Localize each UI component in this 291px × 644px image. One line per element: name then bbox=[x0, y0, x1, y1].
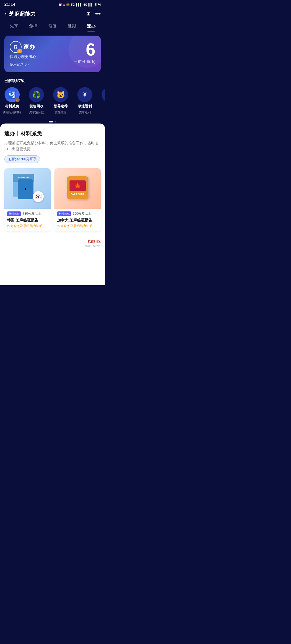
canada-illustration: 🍁 PASSPORT bbox=[63, 174, 92, 203]
korea-name: 韩国·芝麻签证报告 bbox=[7, 218, 48, 223]
alarm-icon: ⏰ bbox=[58, 3, 62, 6]
battery-icon: 🔋74 bbox=[94, 3, 101, 6]
signal-bars-icon: ▌▌▌ bbox=[76, 3, 82, 6]
status-time: 21:14 bbox=[4, 2, 15, 7]
korea-card-body: 材料减免 780分及以上 韩国·芝麻签证报告 作为财务及履约能力证明 bbox=[4, 209, 51, 231]
hero-left: Ω ⚡ 速办 快速办理更省心 使用记录 0 › bbox=[10, 41, 36, 67]
adopt-desc: 优先推荐 bbox=[55, 110, 67, 114]
feature-fast[interactable]: ⚡ 二 快 bbox=[97, 87, 105, 114]
canada-tag: 材料减免 bbox=[57, 211, 71, 216]
tab-xian[interactable]: 先享 bbox=[4, 21, 24, 32]
cashback-name: 极速返利 bbox=[78, 104, 92, 109]
canada-passport-text: PASSPORT bbox=[71, 193, 84, 195]
canada-flag-area: 🍁 bbox=[70, 180, 86, 191]
logo-letter: Ω bbox=[14, 44, 18, 50]
lightning-icon: ⚡ bbox=[17, 49, 22, 53]
tab-suban[interactable]: 速办 bbox=[81, 21, 101, 32]
bluetooth-icon: ⁎ bbox=[63, 3, 65, 6]
recycle-icon-wrap: ♻️ bbox=[29, 87, 44, 102]
feature-recycle[interactable]: ♻️ 极速回收 先拿预付款 bbox=[24, 87, 48, 114]
tab-yanqi[interactable]: 延期 bbox=[62, 21, 82, 32]
korea-illustration: PASSPORT ✈ 🇰🇷 bbox=[10, 174, 45, 203]
canada-card-image: 🍁 PASSPORT bbox=[54, 168, 101, 209]
hero-logo: Ω ⚡ 速办 bbox=[10, 41, 36, 53]
visa-card-canada[interactable]: 🍁 PASSPORT 材料减免 750分及以上 加拿大·芝麻签证报告 作为财务及… bbox=[54, 168, 101, 231]
fast-icon-wrap: ⚡ bbox=[102, 87, 105, 102]
hero-right: 6 当前可用(项) bbox=[74, 41, 95, 64]
unlocked-label: 已解锁6/7项 bbox=[4, 78, 25, 83]
score-badge: 芝麻分≥700分可享 bbox=[4, 155, 40, 163]
korea-tag: 材料减免 bbox=[7, 211, 21, 216]
watermark: 卡农社区 金融在线社区 bbox=[4, 239, 101, 248]
adopt-name: 领养速荐 bbox=[54, 104, 68, 109]
features-row: 🛂 🔒 材料减免 办签证省材料 ♻️ 极速回收 先拿预付款 🐱 领养速荐 优先推… bbox=[0, 83, 105, 119]
plane-icon: ✈ bbox=[24, 187, 27, 192]
header: ‹ 芝麻超能力 ⊞ ••• bbox=[0, 8, 105, 21]
status-icons: ⏰ ⁎ 🔕 5G ▌▌▌ 4G ▌▌ 🔋74 bbox=[58, 3, 101, 6]
material-name: 材料减免 bbox=[5, 104, 19, 109]
visa-card-korea[interactable]: PASSPORT ✈ 🇰🇷 材料减免 780分及以上 bbox=[4, 168, 51, 231]
adopt-icon: 🐱 bbox=[56, 91, 65, 99]
canada-name: 加拿大·芝麻签证报告 bbox=[57, 218, 98, 223]
section-title: 速办丨材料减免 bbox=[4, 130, 101, 137]
mute-icon: 🔕 bbox=[66, 3, 70, 6]
signal-bars2-icon: ▌▌ bbox=[88, 3, 93, 6]
maple-leaf-icon: 🍁 bbox=[74, 182, 82, 190]
recycle-icon: ♻️ bbox=[32, 91, 41, 99]
korea-score: 780分及以上 bbox=[23, 211, 41, 216]
canada-tag-row: 材料减免 750分及以上 bbox=[57, 211, 98, 216]
dot-2 bbox=[55, 121, 56, 122]
korea-sub: 作为财务及履约能力证明 bbox=[7, 224, 48, 228]
cashback-desc: 先拿返利 bbox=[79, 110, 91, 114]
unlocked-section: 已解锁6/7项 bbox=[0, 76, 105, 83]
scroll-indicator bbox=[0, 119, 105, 124]
back-button[interactable]: ‹ bbox=[4, 11, 6, 18]
hero-count: 6 bbox=[74, 41, 95, 58]
hero-section: Ω ⚡ 速办 快速办理更省心 使用记录 0 › 6 当前可用(项) bbox=[0, 32, 105, 76]
fast-icon: ⚡ bbox=[105, 91, 105, 99]
recycle-name: 极速回收 bbox=[29, 104, 43, 109]
page-title: 芝麻超能力 bbox=[9, 10, 36, 18]
canada-sub: 作为财务及履约能力证明 bbox=[57, 224, 98, 228]
material-icon: 🛂 bbox=[8, 91, 16, 99]
passport-book: ✈ bbox=[18, 179, 33, 199]
signal-5g-icon: 5G bbox=[71, 3, 75, 6]
cashback-icon-wrap: ¥ bbox=[77, 87, 92, 102]
canada-passport: 🍁 PASSPORT bbox=[67, 176, 88, 199]
hero-card: Ω ⚡ 速办 快速办理更省心 使用记录 0 › 6 当前可用(项) bbox=[4, 36, 101, 72]
tab-mianyi[interactable]: 免押 bbox=[24, 21, 43, 32]
content-area: 速办丨材料减免 办理签证可减免部分材料，免去繁琐的准备工作，省时省力，出游更快捷… bbox=[0, 124, 105, 285]
cashback-icon: ¥ bbox=[83, 91, 86, 98]
dot-1 bbox=[49, 121, 53, 122]
hero-logo-icon: Ω ⚡ bbox=[10, 41, 22, 53]
chart-icon[interactable]: ⊞ bbox=[86, 11, 91, 17]
hero-record[interactable]: 使用记录 0 › bbox=[10, 62, 36, 67]
card-grid: PASSPORT ✈ 🇰🇷 材料减免 780分及以上 bbox=[4, 168, 101, 231]
header-right: ⊞ ••• bbox=[86, 11, 101, 17]
korea-flag-icon: 🇰🇷 bbox=[33, 191, 44, 202]
canada-card-body: 材料减免 750分及以上 加拿大·芝麻签证报告 作为财务及履约能力证明 bbox=[54, 209, 101, 231]
material-desc: 办签证省材料 bbox=[3, 110, 21, 114]
status-bar: 21:14 ⏰ ⁎ 🔕 5G ▌▌▌ 4G ▌▌ 🔋74 bbox=[0, 0, 105, 8]
more-icon[interactable]: ••• bbox=[95, 11, 101, 17]
adopt-icon-wrap: 🐱 bbox=[53, 87, 68, 102]
lock-icon: 🔒 bbox=[15, 97, 20, 102]
tab-bar: 先享 免押 修复 延期 速办 bbox=[0, 21, 105, 32]
material-icon-wrap: 🛂 🔒 bbox=[5, 87, 20, 102]
hero-brand-text: 速办 bbox=[23, 43, 35, 51]
section-desc: 办理签证可减免部分材料，免去繁琐的准备工作，省时省力，出游更快捷 bbox=[4, 140, 101, 152]
korea-card-image: PASSPORT ✈ 🇰🇷 bbox=[4, 168, 51, 209]
signal-4g-icon: 4G bbox=[83, 3, 87, 6]
canada-score: 750分及以上 bbox=[73, 211, 91, 216]
recycle-desc: 先拿预付款 bbox=[29, 110, 44, 114]
tab-xiufu[interactable]: 修复 bbox=[43, 21, 62, 32]
feature-cashback[interactable]: ¥ 极速返利 先拿返利 bbox=[73, 87, 97, 114]
chevron-right-icon: › bbox=[28, 63, 29, 67]
watermark-main: 卡农社区 bbox=[4, 239, 101, 244]
hero-subtitle: 快速办理更省心 bbox=[10, 54, 36, 59]
feature-adopt[interactable]: 🐱 领养速荐 优先推荐 bbox=[48, 87, 73, 114]
korea-tag-row: 材料减免 780分及以上 bbox=[7, 211, 48, 216]
watermark-sub: 金融在线社区 bbox=[4, 244, 101, 248]
feature-material[interactable]: 🛂 🔒 材料减免 办签证省材料 bbox=[0, 87, 24, 114]
header-left: ‹ 芝麻超能力 bbox=[4, 10, 36, 18]
